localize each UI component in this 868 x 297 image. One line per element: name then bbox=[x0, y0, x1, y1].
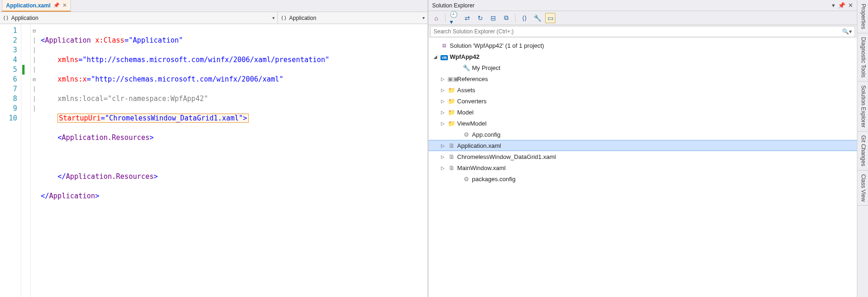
window-dropdown-icon[interactable]: ▾ bbox=[832, 2, 835, 9]
properties-icon[interactable]: 🔧 bbox=[532, 13, 542, 23]
refresh-icon[interactable]: ↻ bbox=[475, 13, 485, 23]
config-file-icon: ⚙ bbox=[462, 176, 471, 183]
wrench-icon: 🔧 bbox=[462, 64, 471, 71]
folder-icon: 📁 bbox=[447, 120, 456, 127]
code-editor[interactable]: 1 2 3 4 5 6 7 8 9 10 ⊟││││⊟│││ <Applicat… bbox=[0, 24, 428, 297]
solution-explorer-title: Solution Explorer bbox=[432, 2, 474, 9]
solution-explorer-search[interactable]: 🔍▾ bbox=[430, 26, 855, 37]
converters-label: Converters bbox=[457, 98, 487, 105]
expand-icon[interactable]: ▷ bbox=[440, 121, 446, 126]
scope-dropdown-left[interactable]: ⟨⟩ Application ▾ bbox=[0, 12, 278, 24]
solution-icon: ⧈ bbox=[440, 42, 448, 49]
scope-left-label: Application bbox=[11, 15, 38, 21]
vb-project-icon: VB bbox=[440, 53, 448, 60]
packages-config-file[interactable]: ⚙ packages.config bbox=[428, 173, 857, 184]
expand-icon[interactable]: ▷ bbox=[440, 165, 446, 171]
scope-right-label: Application bbox=[289, 15, 316, 21]
solution-explorer-titlebar: Solution Explorer ▾ 📌 ✕ bbox=[428, 0, 857, 11]
editor-dropdown-row: ⟨⟩ Application ▾ ⟨⟩ Application ▾ bbox=[0, 12, 428, 24]
folder-icon: 📁 bbox=[447, 109, 456, 116]
history-back-icon[interactable]: 🕘▾ bbox=[449, 13, 459, 23]
expand-icon[interactable]: ▷ bbox=[440, 88, 446, 93]
xaml-file-icon: 🗎 bbox=[447, 153, 456, 160]
code-braces-icon: ⟨⟩ bbox=[3, 15, 9, 21]
home-icon[interactable]: ⌂ bbox=[431, 13, 441, 23]
mainwindow-file[interactable]: ▷🗎 MainWindow.xaml bbox=[428, 162, 857, 173]
expand-icon[interactable]: ▷ bbox=[440, 76, 446, 82]
scope-dropdown-right[interactable]: ⟨⟩ Application ▾ bbox=[278, 12, 428, 24]
chevron-down-icon: ▾ bbox=[272, 15, 275, 20]
expand-icon[interactable]: ▷ bbox=[440, 99, 446, 104]
pin-icon[interactable]: 📌 bbox=[53, 2, 60, 8]
search-input[interactable] bbox=[434, 28, 842, 35]
preview-selected-icon[interactable]: ▭ bbox=[545, 13, 555, 23]
right-side-tabs: Properties Diagnostic Tools Solution Exp… bbox=[857, 0, 868, 297]
my-project-node[interactable]: 🔧 My Project bbox=[428, 62, 857, 73]
solution-root[interactable]: ⧈ Solution 'WpfApp42' (1 of 1 project) bbox=[428, 40, 857, 51]
view-code-icon[interactable]: ⟨⟩ bbox=[519, 13, 529, 23]
pin-icon[interactable]: 📌 bbox=[838, 2, 845, 9]
tab-git-changes[interactable]: Git Changes bbox=[857, 132, 868, 171]
editor-panel: Application.xaml 📌 ✕ ⟨⟩ Application ▾ ⟨⟩… bbox=[0, 0, 428, 297]
close-icon[interactable]: ✕ bbox=[63, 2, 67, 8]
references-label: References bbox=[457, 76, 488, 82]
project-label: WpfApp42 bbox=[450, 53, 479, 60]
editor-tabs-row: Application.xaml 📌 ✕ bbox=[0, 0, 428, 12]
solution-explorer-toolbar: ⌂ 🕘▾ ⇄ ↻ ⊟ ⧉ ⟨⟩ 🔧 ▭ bbox=[428, 11, 857, 25]
my-project-label: My Project bbox=[472, 64, 500, 71]
packages-label: packages.config bbox=[472, 176, 516, 183]
code-content[interactable]: <Application x:Class="Application" xmlns… bbox=[38, 24, 428, 297]
assets-folder[interactable]: ▷📁 Assets bbox=[428, 84, 857, 95]
line-number-gutter: 1 2 3 4 5 6 7 8 9 10 bbox=[0, 24, 21, 297]
application-xaml-label: Application.xaml bbox=[457, 142, 501, 149]
file-tab-application-xaml[interactable]: Application.xaml 📌 ✕ bbox=[2, 0, 71, 12]
viewmodel-folder[interactable]: ▷📁 ViewModel bbox=[428, 118, 857, 129]
solution-explorer-panel: Solution Explorer ▾ 📌 ✕ ⌂ 🕘▾ ⇄ ↻ ⊟ ⧉ ⟨⟩ … bbox=[428, 0, 857, 297]
expand-icon[interactable]: ▷ bbox=[440, 154, 446, 159]
xaml-file-icon: 🗎 bbox=[447, 142, 456, 149]
folder-icon: 📁 bbox=[447, 98, 456, 105]
search-icon[interactable]: 🔍▾ bbox=[842, 28, 852, 35]
sync-icon[interactable]: ⇄ bbox=[462, 13, 472, 23]
references-node[interactable]: ▷▣▣ References bbox=[428, 73, 857, 84]
application-xaml-file[interactable]: ▷🗎 Application.xaml bbox=[428, 140, 857, 151]
references-icon: ▣▣ bbox=[447, 76, 456, 82]
highlighted-startup-uri: StartupUri="ChromelessWindow_DataGrid1.x… bbox=[57, 114, 248, 123]
chromeless-label: ChromelessWindow_DataGrid1.xaml bbox=[457, 153, 556, 160]
modified-line-mark bbox=[22, 65, 25, 75]
project-node[interactable]: ◢ VB WpfApp42 bbox=[428, 51, 857, 62]
change-marks bbox=[21, 24, 31, 297]
app-config-file[interactable]: ⚙ App.config bbox=[428, 129, 857, 140]
code-braces-icon: ⟨⟩ bbox=[281, 15, 287, 21]
model-label: Model bbox=[457, 109, 473, 116]
close-icon[interactable]: ✕ bbox=[848, 2, 853, 9]
solution-root-label: Solution 'WpfApp42' (1 of 1 project) bbox=[450, 42, 544, 49]
expand-icon[interactable]: ◢ bbox=[432, 54, 439, 59]
show-all-files-icon[interactable]: ⧉ bbox=[501, 13, 511, 23]
file-tab-label: Application.xaml bbox=[6, 2, 50, 9]
assets-label: Assets bbox=[457, 87, 475, 94]
chevron-down-icon: ▾ bbox=[422, 15, 425, 20]
tab-diagnostic-tools[interactable]: Diagnostic Tools bbox=[857, 33, 868, 82]
tab-class-view[interactable]: Class View bbox=[857, 171, 868, 206]
mainwindow-label: MainWindow.xaml bbox=[457, 164, 506, 171]
xaml-file-icon: 🗎 bbox=[447, 164, 456, 171]
collapse-all-icon[interactable]: ⊟ bbox=[488, 13, 498, 23]
config-file-icon: ⚙ bbox=[462, 131, 471, 138]
expand-icon[interactable]: ▷ bbox=[440, 143, 446, 148]
tab-properties[interactable]: Properties bbox=[857, 0, 868, 33]
app-config-label: App.config bbox=[472, 131, 500, 138]
model-folder[interactable]: ▷📁 Model bbox=[428, 107, 857, 118]
tab-solution-explorer[interactable]: Solution Explorer bbox=[857, 82, 868, 132]
folding-gutter[interactable]: ⊟││││⊟│││ bbox=[31, 24, 38, 297]
expand-icon[interactable]: ▷ bbox=[440, 110, 446, 115]
folder-icon: 📁 bbox=[447, 87, 456, 94]
solution-tree[interactable]: ⧈ Solution 'WpfApp42' (1 of 1 project) ◢… bbox=[428, 38, 857, 297]
converters-folder[interactable]: ▷📁 Converters bbox=[428, 95, 857, 107]
viewmodel-label: ViewModel bbox=[457, 120, 486, 127]
chromeless-file[interactable]: ▷🗎 ChromelessWindow_DataGrid1.xaml bbox=[428, 151, 857, 162]
